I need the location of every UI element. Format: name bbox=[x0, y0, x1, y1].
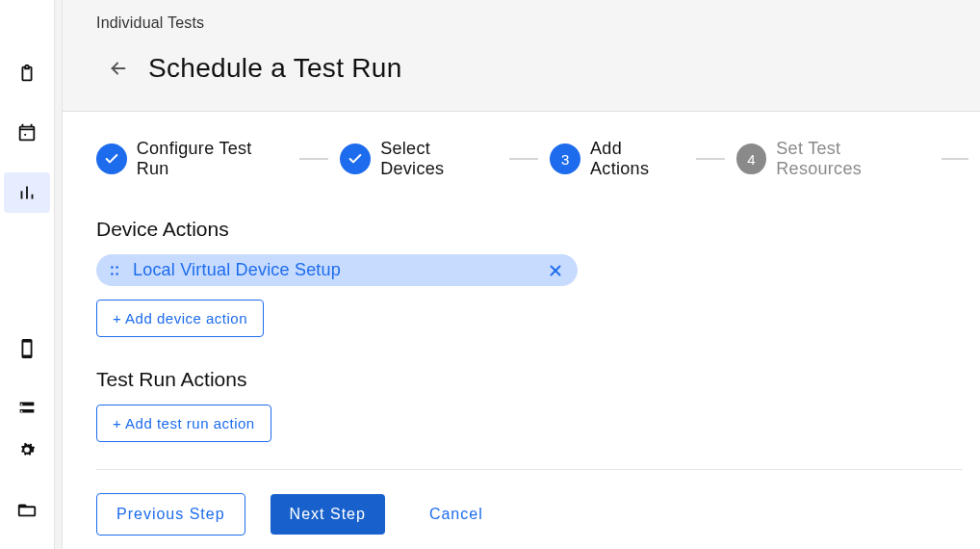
step-badge-done bbox=[340, 144, 371, 174]
sidebar-item-analytics[interactable] bbox=[4, 172, 50, 213]
check-icon bbox=[348, 151, 363, 167]
content-area: Configure Test Run Select Devices 3 Add … bbox=[63, 112, 980, 549]
svg-point-1 bbox=[116, 266, 118, 269]
step-test-resources[interactable]: 4 Set Test Resources bbox=[736, 139, 930, 179]
check-icon bbox=[104, 151, 119, 167]
gear-icon bbox=[16, 439, 38, 460]
step-connector bbox=[299, 158, 328, 160]
page-title: Schedule a Test Run bbox=[148, 53, 402, 84]
step-connector bbox=[941, 158, 968, 160]
section-device-actions: Device Actions Local Virtual Device Setu… bbox=[96, 218, 968, 337]
sidebar-item-settings[interactable] bbox=[4, 430, 50, 470]
divider bbox=[54, 0, 63, 549]
sidebar-item-calendar[interactable] bbox=[4, 113, 50, 153]
sidebar-item-folder[interactable] bbox=[4, 489, 50, 530]
chip-label: Local Virtual Device Setup bbox=[133, 260, 341, 280]
step-label: Configure Test Run bbox=[137, 139, 289, 179]
device-action-chip[interactable]: Local Virtual Device Setup bbox=[96, 254, 578, 286]
svg-point-0 bbox=[111, 266, 114, 269]
svg-point-3 bbox=[116, 273, 118, 275]
step-label: Add Actions bbox=[590, 139, 683, 179]
step-configure[interactable]: Configure Test Run bbox=[96, 139, 288, 179]
section-test-run-actions: Test Run Actions + Add test run action bbox=[96, 368, 968, 442]
sidebar-item-clipboard[interactable] bbox=[4, 53, 50, 93]
footer-buttons: Previous Step Next Step Cancel bbox=[96, 493, 968, 536]
sidebar bbox=[0, 0, 54, 549]
close-icon bbox=[547, 262, 564, 279]
calendar-icon bbox=[16, 122, 38, 144]
step-select-devices[interactable]: Select Devices bbox=[340, 139, 498, 179]
add-device-action-button[interactable]: + Add device action bbox=[96, 300, 264, 337]
clipboard-icon bbox=[16, 63, 38, 84]
step-badge-current: 3 bbox=[550, 144, 580, 174]
chip-close-button[interactable] bbox=[547, 262, 564, 279]
section-title: Test Run Actions bbox=[96, 368, 968, 391]
previous-step-button[interactable]: Previous Step bbox=[96, 493, 245, 536]
breadcrumb: Individual Tests bbox=[96, 14, 951, 32]
stepper: Configure Test Run Select Devices 3 Add … bbox=[96, 139, 968, 179]
next-step-button[interactable]: Next Step bbox=[271, 494, 385, 535]
cancel-button[interactable]: Cancel bbox=[410, 494, 503, 535]
separator bbox=[96, 469, 963, 470]
step-add-actions[interactable]: 3 Add Actions bbox=[550, 139, 683, 179]
step-badge-upcoming: 4 bbox=[736, 144, 767, 174]
chart-icon bbox=[16, 182, 38, 203]
sidebar-item-storage[interactable] bbox=[4, 388, 50, 429]
page-header: Individual Tests Schedule a Test Run bbox=[63, 0, 980, 112]
sidebar-item-device[interactable] bbox=[4, 328, 50, 369]
storage-icon bbox=[16, 398, 38, 419]
arrow-left-icon bbox=[108, 58, 129, 79]
back-button[interactable] bbox=[108, 58, 129, 79]
phone-icon bbox=[16, 338, 38, 359]
drag-handle-icon[interactable] bbox=[108, 264, 121, 277]
step-badge-done bbox=[96, 144, 127, 174]
step-connector bbox=[696, 158, 725, 160]
section-title: Device Actions bbox=[96, 218, 968, 241]
svg-point-2 bbox=[111, 273, 114, 275]
step-connector bbox=[509, 158, 538, 160]
main-area: Individual Tests Schedule a Test Run Con… bbox=[63, 0, 980, 549]
folder-icon bbox=[16, 499, 38, 520]
add-test-run-action-button[interactable]: + Add test run action bbox=[96, 405, 271, 442]
step-label: Select Devices bbox=[380, 139, 498, 179]
step-label: Set Test Resources bbox=[776, 139, 930, 179]
